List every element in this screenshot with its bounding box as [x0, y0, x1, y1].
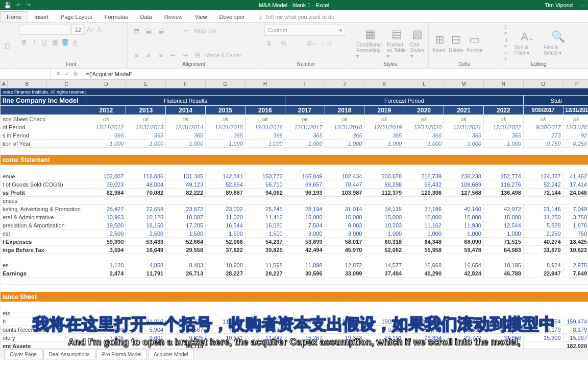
- cell[interactable]: 1.000: [245, 140, 285, 148]
- cell[interactable]: 37,186: [404, 205, 444, 213]
- cell[interactable]: 70,082: [126, 189, 166, 197]
- cell[interactable]: 365: [364, 131, 404, 140]
- cell[interactable]: 120,306: [404, 189, 444, 197]
- cell[interactable]: 16,654: [444, 261, 484, 269]
- tab-home[interactable]: Home: [0, 11, 28, 22]
- cell[interactable]: 9/30/2017: [523, 123, 563, 131]
- cell[interactable]: 15,000: [404, 213, 444, 221]
- percent-icon[interactable]: %: [279, 39, 288, 48]
- cell[interactable]: 17,205: [166, 221, 206, 229]
- cell[interactable]: 3,594: [86, 246, 126, 254]
- cell[interactable]: 0.250: [563, 140, 588, 148]
- currency-icon[interactable]: $: [264, 39, 274, 48]
- cell[interactable]: ok: [444, 115, 484, 123]
- clear-icon[interactable]: ◇ ▾: [504, 50, 511, 61]
- cell[interactable]: 67,971: [86, 317, 126, 326]
- undo-icon[interactable]: ↶: [16, 2, 21, 9]
- cell[interactable]: 15,000: [364, 213, 404, 221]
- cell[interactable]: 1.000: [325, 140, 364, 148]
- cell[interactable]: 11,898: [285, 261, 325, 269]
- cell[interactable]: ok: [166, 115, 206, 123]
- cell[interactable]: 15,267: [285, 334, 325, 342]
- cell[interactable]: 118,086: [126, 172, 166, 180]
- column-header[interactable]: P: [563, 80, 588, 88]
- column-header[interactable]: A: [1, 80, 8, 88]
- cell[interactable]: 131,345: [166, 172, 206, 180]
- cell[interactable]: 81,210: [126, 317, 166, 326]
- cell[interactable]: 28,427: [86, 205, 126, 213]
- align-bot-icon[interactable]: ⬓: [156, 26, 165, 35]
- cell[interactable]: 12/31/2017: [563, 123, 588, 131]
- wrap-text[interactable]: Wrap Text: [194, 28, 217, 34]
- cell[interactable]: 53,433: [126, 238, 166, 246]
- bold-icon[interactable]: B: [19, 38, 29, 47]
- cell[interactable]: 366: [86, 131, 126, 140]
- cell[interactable]: 40,274: [523, 238, 563, 246]
- cell[interactable]: 12,544: [483, 221, 523, 229]
- cell[interactable]: 1.000: [285, 140, 325, 148]
- cell[interactable]: 200,678: [364, 172, 404, 180]
- align-center-icon[interactable]: ≡: [144, 51, 153, 60]
- font-color-icon[interactable]: A: [70, 38, 80, 47]
- cell[interactable]: 45,970: [325, 246, 364, 254]
- cell[interactable]: 15,000: [444, 213, 484, 221]
- cell[interactable]: 40,160: [444, 205, 484, 213]
- tab-formulas[interactable]: Formulas: [99, 12, 134, 22]
- cell[interactable]: 1,000: [364, 229, 404, 238]
- cell[interactable]: 15,000: [325, 213, 364, 221]
- cell[interactable]: 12/31/2022: [483, 123, 523, 131]
- cell[interactable]: 1,500: [245, 229, 285, 238]
- cell[interactable]: 136,498: [483, 189, 523, 197]
- cell[interactable]: 103,987: [325, 189, 364, 197]
- cell[interactable]: 31,856: [483, 334, 523, 342]
- cell[interactable]: 7,539: [245, 326, 285, 334]
- cell[interactable]: 28,227: [206, 269, 246, 278]
- cell[interactable]: 96,193: [285, 189, 325, 197]
- align-top-icon[interactable]: ⬒: [132, 26, 141, 35]
- cell[interactable]: 10,531: [206, 334, 246, 342]
- cell[interactable]: 5,904: [126, 326, 166, 334]
- cell[interactable]: 366: [404, 131, 444, 140]
- cell[interactable]: 54,237: [245, 238, 285, 246]
- autosum-icon[interactable]: Σ ▾: [504, 25, 511, 36]
- cell[interactable]: 273: [523, 131, 563, 140]
- cell[interactable]: 39,023: [86, 180, 126, 189]
- cell[interactable]: 303,250: [483, 317, 523, 326]
- cell[interactable]: ok: [245, 115, 285, 123]
- cell[interactable]: 1.000: [444, 140, 484, 148]
- cell[interactable]: 1,000: [404, 229, 444, 238]
- column-header[interactable]: G: [206, 80, 246, 88]
- cell[interactable]: 12,872: [325, 261, 364, 269]
- cell[interactable]: 12,466: [483, 326, 523, 334]
- cell[interactable]: ok: [563, 115, 588, 123]
- cell[interactable]: 55,958: [404, 246, 444, 254]
- cell[interactable]: 159,474: [563, 317, 588, 326]
- cell[interactable]: 30,596: [285, 269, 325, 278]
- cell[interactable]: 52,066: [206, 238, 246, 246]
- cell[interactable]: 750: [563, 229, 588, 238]
- cell[interactable]: ok: [206, 115, 246, 123]
- cell[interactable]: 218,739: [404, 172, 444, 180]
- cell[interactable]: 139,550: [245, 317, 285, 326]
- tab-review[interactable]: Review: [158, 12, 189, 22]
- cell[interactable]: ok: [483, 115, 523, 123]
- column-header[interactable]: D: [86, 80, 126, 88]
- cell[interactable]: 31,014: [325, 205, 364, 213]
- tab-developer[interactable]: Developer: [213, 12, 251, 22]
- cell[interactable]: 150,772: [245, 172, 285, 180]
- insert-button[interactable]: ⊞Insert: [433, 33, 446, 53]
- number-format[interactable]: Custom▾: [264, 25, 346, 36]
- cell[interactable]: 8,483: [166, 261, 206, 269]
- cell[interactable]: 8,179: [285, 326, 325, 334]
- cell[interactable]: 16,080: [245, 221, 285, 229]
- cell[interactable]: 98,432: [404, 180, 444, 189]
- cell[interactable]: 29,772: [444, 334, 484, 342]
- cell[interactable]: 365: [206, 131, 246, 140]
- cell[interactable]: 8,924: [523, 261, 563, 269]
- sheet-tab[interactable]: Pro Forma Model: [96, 350, 147, 359]
- column-header[interactable]: K: [364, 80, 404, 88]
- cell[interactable]: 59,478: [444, 246, 484, 254]
- cell[interactable]: 8,179: [523, 326, 563, 334]
- cell[interactable]: 9,601: [126, 334, 166, 342]
- cell[interactable]: 28,194: [285, 205, 325, 213]
